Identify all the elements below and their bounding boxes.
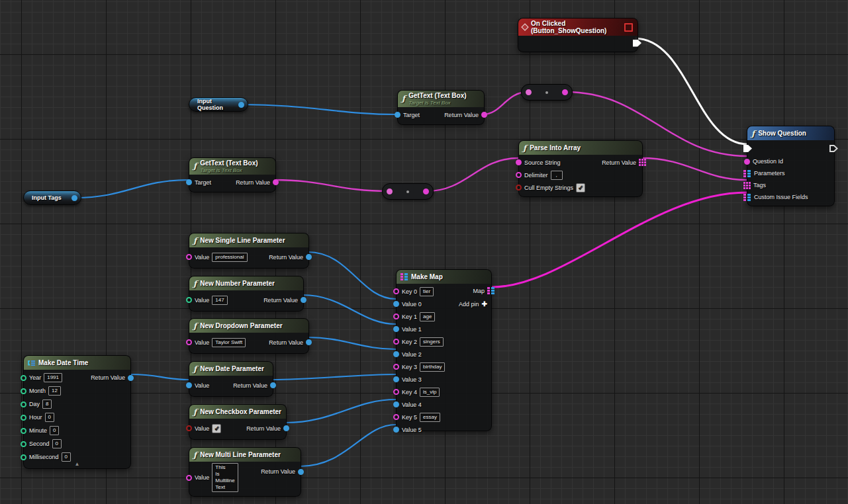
value-input[interactable]: 147 xyxy=(212,296,227,305)
wire-gettext-return-reroute-b[interactable] xyxy=(275,180,389,191)
hour-pin[interactable] xyxy=(21,415,26,421)
key-0-pin[interactable] xyxy=(393,288,399,294)
wire-number-value1[interactable] xyxy=(303,295,396,324)
key-3-pin[interactable] xyxy=(393,364,399,370)
variable-node-input-question[interactable]: Input Question xyxy=(189,97,248,112)
wire-exec-onclicked-showquestion[interactable] xyxy=(635,38,747,144)
value-pin[interactable] xyxy=(186,254,192,260)
blueprint-graph[interactable]: On Clicked (Button_ShowQuestion) ƒ GetTe… xyxy=(0,0,848,504)
return-value-pin[interactable] xyxy=(306,254,312,260)
key-5-pin[interactable] xyxy=(393,414,399,420)
wire-checkbox-value4[interactable] xyxy=(285,399,396,423)
node-new-date-parameter[interactable]: ƒ New Date Parameter Value Return Value xyxy=(189,361,273,397)
key-1-input[interactable]: age xyxy=(420,312,435,321)
value-5-pin[interactable] xyxy=(393,427,399,433)
node-new-number-parameter[interactable]: ƒ New Number Parameter Value 147 Return … xyxy=(189,276,304,312)
key-3-input[interactable]: birthday xyxy=(420,362,445,372)
delegate-pin[interactable] xyxy=(624,23,633,32)
month-input[interactable]: 12 xyxy=(48,386,61,396)
key-1-pin[interactable] xyxy=(393,314,399,319)
tags-array-pin[interactable] xyxy=(743,182,751,189)
day-input[interactable]: 8 xyxy=(42,399,52,409)
value-input[interactable]: Taylor Swift xyxy=(212,338,246,347)
cull-empty-strings-pin[interactable] xyxy=(516,185,522,190)
value-pin[interactable] xyxy=(186,475,192,481)
collapse-arrow-icon[interactable]: ▲ xyxy=(75,462,80,467)
value-pin[interactable] xyxy=(186,297,192,303)
key-4-input[interactable]: is_vip xyxy=(420,388,440,397)
return-value-pin[interactable] xyxy=(283,425,289,431)
target-pin[interactable] xyxy=(395,112,400,118)
value-2-pin[interactable] xyxy=(393,351,399,357)
wire-reroute-b-sourcestring[interactable] xyxy=(427,158,518,191)
value-input[interactable]: This Is Multiline Text xyxy=(212,463,238,492)
return-value-pin[interactable] xyxy=(306,339,312,345)
value-pin[interactable] xyxy=(186,425,192,431)
node-new-single-line-parameter[interactable]: ƒ New Single Line Parameter Value profes… xyxy=(189,233,309,269)
value-0-pin[interactable] xyxy=(393,301,399,307)
value-pin[interactable] xyxy=(186,339,192,345)
month-pin[interactable] xyxy=(21,388,26,394)
return-value-pin[interactable] xyxy=(298,469,304,475)
node-new-checkbox-parameter[interactable]: ƒ New Checkbox Parameter Value Return Va… xyxy=(189,404,287,440)
wire-parsearray-tags[interactable] xyxy=(641,158,747,180)
source-string-pin[interactable] xyxy=(516,159,522,165)
reroute-in-pin[interactable] xyxy=(526,89,532,95)
node-make-map[interactable]: Make Map Key 0 tier Map Value 0 Add pin … xyxy=(396,269,492,431)
custom-issue-fields-map-pin[interactable] xyxy=(743,194,751,201)
reroute-out-pin[interactable] xyxy=(562,89,568,95)
millisecond-pin[interactable] xyxy=(21,454,26,460)
node-gettext-tags[interactable]: ƒ GetText (Text Box) Target is Text Box … xyxy=(189,157,276,192)
wire-makedatetime-datevalue[interactable] xyxy=(131,374,189,380)
exec-in-pin[interactable] xyxy=(743,145,752,152)
node-new-multi-line-parameter[interactable]: ƒ New Multi Line Parameter Value This Is… xyxy=(189,447,301,497)
parameters-map-pin[interactable] xyxy=(743,170,751,177)
key-0-input[interactable]: tier xyxy=(420,287,434,296)
reroute-out-pin[interactable] xyxy=(423,189,429,194)
return-value-pin[interactable] xyxy=(128,375,134,381)
value-4-pin[interactable] xyxy=(393,401,399,407)
node-gettext-question[interactable]: ƒ GetText (Text Box) Target is Text Box … xyxy=(397,90,485,125)
key-4-pin[interactable] xyxy=(393,389,399,395)
node-make-date-time[interactable]: Make Date Time Year 1991 Return Value Mo… xyxy=(23,355,131,469)
year-input[interactable]: 1991 xyxy=(44,373,62,382)
variable-out-pin[interactable] xyxy=(71,195,77,201)
reroute-node-a[interactable] xyxy=(521,84,573,101)
wire-inputtags-gettext-target[interactable] xyxy=(75,180,189,198)
node-on-clicked[interactable]: On Clicked (Button_ShowQuestion) xyxy=(518,18,638,52)
return-value-array-pin[interactable] xyxy=(639,159,646,166)
key-2-pin[interactable] xyxy=(393,339,399,345)
value-1-pin[interactable] xyxy=(393,326,399,332)
day-pin[interactable] xyxy=(21,401,26,407)
question-id-pin[interactable] xyxy=(744,159,750,165)
node-show-question[interactable]: ƒ Show Question Question Id Parameters T… xyxy=(747,126,835,206)
value-checkbox[interactable] xyxy=(212,424,221,433)
target-pin[interactable] xyxy=(186,179,192,185)
second-pin[interactable] xyxy=(21,441,26,447)
variable-node-input-tags[interactable]: Input Tags xyxy=(23,190,81,205)
variable-out-pin[interactable] xyxy=(238,102,244,108)
reroute-in-pin[interactable] xyxy=(387,189,393,194)
value-pin[interactable] xyxy=(186,382,192,388)
key-5-input[interactable]: essay xyxy=(420,413,440,422)
delimiter-input[interactable]: , xyxy=(551,171,563,180)
return-value-pin[interactable] xyxy=(270,382,276,388)
value-input[interactable]: professional xyxy=(212,253,247,262)
cull-empty-strings-checkbox[interactable] xyxy=(576,183,585,192)
node-parse-into-array[interactable]: ƒ Parse Into Array Source String Return … xyxy=(518,140,643,197)
millisecond-input[interactable]: 0 xyxy=(62,452,71,462)
key-2-input[interactable]: singers xyxy=(420,337,444,347)
wire-makemap-customissuefields[interactable] xyxy=(492,192,747,287)
wire-inputquestion-gettext-target[interactable] xyxy=(242,105,397,114)
wire-multiline-value5[interactable] xyxy=(300,425,396,466)
delimiter-pin[interactable] xyxy=(516,172,522,178)
hour-input[interactable]: 0 xyxy=(45,413,54,422)
return-value-pin[interactable] xyxy=(301,297,306,303)
reroute-node-b[interactable] xyxy=(382,183,434,200)
add-pin-icon[interactable]: ✚ xyxy=(482,301,487,308)
wire-date-value3[interactable] xyxy=(272,374,396,380)
minute-input[interactable]: 0 xyxy=(50,426,59,435)
value-3-pin[interactable] xyxy=(393,376,399,382)
node-new-dropdown-parameter[interactable]: ƒ New Dropdown Parameter Value Taylor Sw… xyxy=(189,318,309,354)
map-out-pin[interactable] xyxy=(487,287,495,294)
